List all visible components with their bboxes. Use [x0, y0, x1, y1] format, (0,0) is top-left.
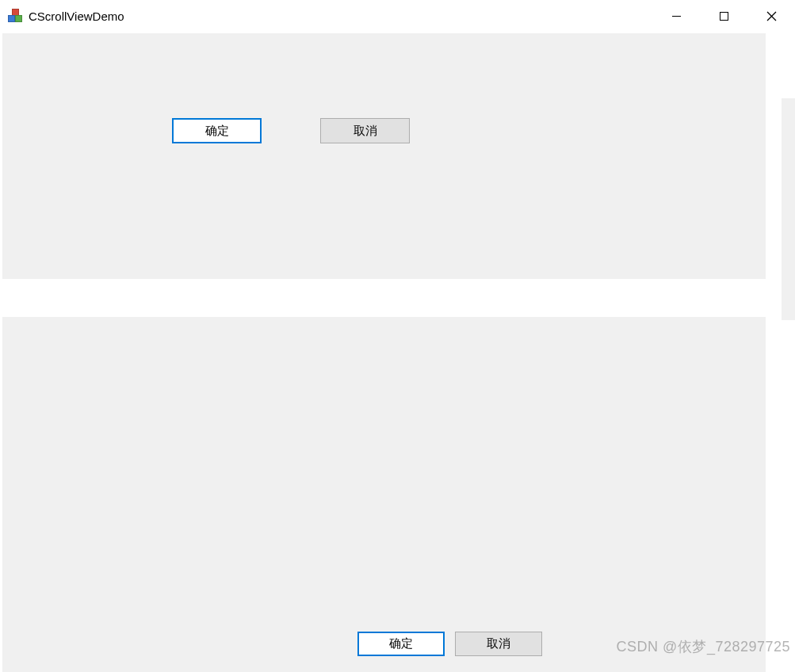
title-bar: CScrollViewDemo — [0, 0, 795, 32]
app-icon — [8, 9, 22, 23]
client-area: 确定 取消 确定 取消 CSDN @依梦_728297725 — [0, 32, 795, 672]
cancel-button[interactable]: 取消 — [455, 632, 542, 656]
minimize-button[interactable] — [652, 0, 700, 32]
svg-rect-1 — [720, 12, 728, 20]
watermark-text: CSDN @依梦_728297725 — [617, 637, 790, 656]
maximize-button[interactable] — [700, 0, 747, 32]
close-button[interactable] — [747, 0, 795, 32]
ok-button[interactable]: 确定 — [172, 118, 262, 143]
window-title: CScrollViewDemo — [29, 10, 124, 23]
dialog-panel-top: 确定 取消 — [2, 33, 766, 279]
dialog-panel-bottom: 确定 取消 — [2, 317, 766, 672]
cancel-button[interactable]: 取消 — [320, 118, 410, 143]
ok-button[interactable]: 确定 — [357, 632, 445, 656]
window-controls — [652, 0, 795, 32]
vertical-scrollbar[interactable] — [782, 98, 795, 320]
